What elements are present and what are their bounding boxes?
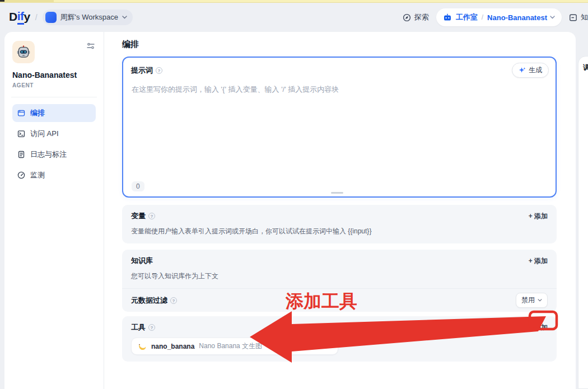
debug-panel-title: 调 <box>583 63 588 72</box>
sidebar-item-orchestrate[interactable]: 编排 <box>12 104 96 122</box>
knowledge-label: 知 <box>581 12 588 22</box>
chevron-down-icon <box>550 16 555 19</box>
debug-preview-panel: 调 <box>578 56 588 389</box>
prompt-header: 提示词 生成 <box>123 58 556 78</box>
explore-label: 探索 <box>414 12 429 22</box>
metadata-filter-row: 元数据过滤 禁用 <box>122 288 557 312</box>
add-knowledge-button[interactable]: + 添加 <box>529 256 548 266</box>
knowledge-nav-link[interactable]: 知 <box>569 12 588 22</box>
browser-corner <box>0 0 4 2</box>
chevron-down-icon <box>122 16 127 19</box>
prompt-card: 提示词 生成 0 <box>122 57 557 198</box>
prompt-input[interactable] <box>132 85 547 163</box>
api-terminal-icon <box>17 130 25 138</box>
robot-icon <box>443 13 452 22</box>
workspace-selector[interactable]: 周辉's Workspace <box>43 10 133 25</box>
knowledge-icon <box>569 13 577 22</box>
current-app-name: Nano-Bananatest <box>487 13 547 22</box>
help-icon[interactable] <box>156 67 162 74</box>
vertical-divider <box>522 324 523 331</box>
app-sidebar: Nano-Bananatest AGENT 编排 <box>4 32 104 389</box>
robot-avatar-icon <box>16 45 31 59</box>
studio-breadcrumb-pill: 工作室 / Nano-Bananatest <box>436 8 562 26</box>
sidebar-app-name: Nano-Bananatest <box>12 71 96 79</box>
help-icon[interactable] <box>148 324 155 331</box>
app-type-badge: AGENT <box>12 82 96 88</box>
help-icon[interactable] <box>170 297 177 304</box>
studio-separator: / <box>482 13 483 21</box>
tool-description: Nano Banana 文生图 <box>199 341 262 351</box>
topbar-right-group: 探索 工作室 / Nano-Bananatest <box>403 8 588 26</box>
dify-app-screen: D if y / 周辉's Workspace 探索 <box>0 0 588 389</box>
sidebar-item-label: 访问 API <box>30 129 59 139</box>
app-settings-button[interactable] <box>86 41 96 53</box>
sparkle-icon <box>519 67 526 74</box>
chevron-down-icon <box>538 299 542 302</box>
monitoring-gauge-icon <box>17 171 25 179</box>
logo-part: y <box>24 10 30 24</box>
sliders-icon <box>87 42 95 50</box>
variables-header: 变量 + 添加 <box>131 205 548 221</box>
tools-section: 工具 1/1 启用 + 添加 nano_banana Nano Banana 文… <box>122 316 557 362</box>
explore-nav-link[interactable]: 探索 <box>403 12 429 22</box>
app-avatar <box>12 41 35 63</box>
sidebar-item-label: 编排 <box>30 108 45 118</box>
dify-logo[interactable]: D if y <box>9 10 30 24</box>
sidebar-item-label: 监测 <box>30 170 45 180</box>
sidebar-menu: 编排 访问 API <box>12 104 96 184</box>
tool-item-nano-banana[interactable]: nano_banana Nano Banana 文生图 <box>131 338 338 355</box>
studio-nav-link[interactable]: 工作室 <box>456 12 478 22</box>
tool-name: nano_banana <box>151 343 194 350</box>
banana-icon <box>138 342 147 351</box>
resize-handle[interactable] <box>331 192 343 194</box>
top-navigation-bar: D if y / 周辉's Workspace 探索 <box>0 3 588 32</box>
variables-title: 变量 <box>131 211 146 221</box>
tools-header: 工具 1/1 启用 + 添加 <box>131 316 548 332</box>
prompt-label: 提示词 <box>131 65 153 76</box>
breadcrumb-separator: / <box>35 13 38 22</box>
workspace-name: 周辉's Workspace <box>60 12 118 22</box>
logo-part: if <box>17 10 24 24</box>
metadata-filter-toggle-label: 禁用 <box>521 296 535 305</box>
char-count-badge: 0 <box>132 181 144 191</box>
knowledge-title: 知识库 <box>131 256 153 266</box>
sidebar-item-api[interactable]: 访问 API <box>12 125 96 143</box>
tools-enabled-count: 1/1 启用 <box>492 323 517 332</box>
generate-label: 生成 <box>529 65 542 75</box>
sidebar-item-label: 日志与标注 <box>30 149 67 160</box>
tools-title: 工具 <box>131 322 146 332</box>
app-header <box>12 41 96 63</box>
sidebar-item-monitoring[interactable]: 监测 <box>12 166 96 184</box>
sidebar-item-logs[interactable]: 日志与标注 <box>12 146 96 163</box>
knowledge-section: 知识库 + 添加 您可以导入知识库作为上下文 元数据过滤 禁用 <box>122 250 557 312</box>
logs-document-icon <box>17 151 25 158</box>
page-title: 编排 <box>122 39 557 50</box>
metadata-filter-toggle[interactable]: 禁用 <box>516 293 548 308</box>
logo-part: D <box>9 10 17 24</box>
add-variable-button[interactable]: + 添加 <box>529 212 548 221</box>
sidebar-divider <box>11 97 97 97</box>
variables-description: 变量能使用户输入表单引入提示词或开场白，你可以试试在提示词中输入 {{input… <box>131 227 548 243</box>
add-tool-button[interactable]: + 添加 <box>529 323 548 332</box>
current-app-selector[interactable]: Nano-Bananatest <box>487 13 555 22</box>
workspace-avatar <box>45 12 57 23</box>
metadata-filter-title: 元数据过滤 <box>131 296 167 306</box>
orchestrate-panel: 编排 提示词 生成 0 <box>104 32 576 389</box>
variables-section: 变量 + 添加 变量能使用户输入表单引入提示词或开场白，你可以试试在提示词中输入… <box>122 205 557 243</box>
knowledge-header: 知识库 + 添加 <box>131 250 548 266</box>
explore-compass-icon <box>403 13 411 22</box>
tools-header-right: 1/1 启用 + 添加 <box>492 323 548 332</box>
knowledge-description: 您可以导入知识库作为上下文 <box>131 271 548 288</box>
orchestrate-icon <box>17 109 25 117</box>
help-icon[interactable] <box>148 213 155 219</box>
app-body: Nano-Bananatest AGENT 编排 <box>4 32 576 389</box>
generate-button[interactable]: 生成 <box>512 63 549 78</box>
